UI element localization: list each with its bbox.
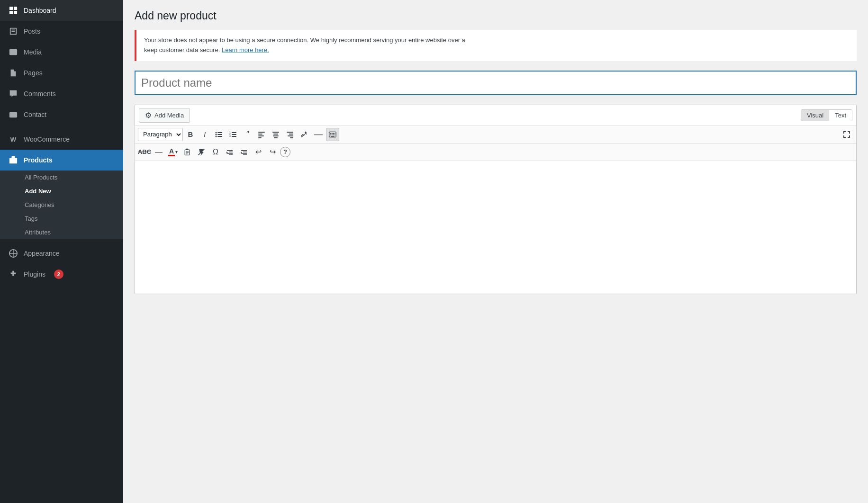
svg-rect-39 <box>332 135 333 135</box>
bold-button[interactable]: B <box>184 128 197 141</box>
svg-rect-38 <box>330 135 331 135</box>
svg-rect-44 <box>186 148 189 150</box>
svg-rect-41 <box>335 135 335 135</box>
special-chars-button[interactable]: Ω <box>209 145 222 159</box>
toolbar-toggle-button[interactable] <box>326 128 339 141</box>
dashboard-icon <box>8 5 19 16</box>
notice-link[interactable]: Learn more here. <box>222 46 269 54</box>
align-center-button[interactable] <box>269 128 282 141</box>
svg-rect-12 <box>217 134 222 135</box>
format-toolbar-row1: Paragraph Heading 1 Heading 2 Heading 3 … <box>135 126 856 144</box>
add-media-icon: ⚙ <box>145 111 152 120</box>
sidebar-item-contact[interactable]: Contact <box>0 104 123 125</box>
fullscreen-button[interactable] <box>840 128 853 141</box>
add-media-button[interactable]: ⚙ Add Media <box>139 108 190 123</box>
contact-icon <box>8 109 19 120</box>
ol-button[interactable]: 1.2.3. <box>226 128 240 141</box>
svg-rect-25 <box>272 132 279 133</box>
svg-rect-18 <box>232 134 236 135</box>
undo-button[interactable]: ↩ <box>252 145 265 159</box>
align-right-button[interactable] <box>283 128 297 141</box>
sub-item-add-new[interactable]: Add New <box>0 184 123 198</box>
redo-button[interactable]: ↪ <box>266 145 279 159</box>
svg-point-9 <box>216 132 217 133</box>
blockquote-button[interactable]: " <box>241 128 254 141</box>
sidebar-item-pages[interactable]: Pages <box>0 63 123 83</box>
svg-rect-20 <box>232 136 236 137</box>
sidebar-item-plugins[interactable]: Plugins 2 <box>0 264 123 285</box>
svg-rect-2 <box>9 11 13 14</box>
text-color-button[interactable]: A ▾ <box>166 145 180 159</box>
sidebar-item-products[interactable]: Products <box>0 150 123 171</box>
svg-rect-3 <box>14 11 17 14</box>
svg-rect-34 <box>330 133 331 134</box>
svg-rect-40 <box>333 135 334 135</box>
svg-rect-42 <box>331 136 335 137</box>
tab-text[interactable]: Text <box>829 110 852 121</box>
notice-text2: keep customer data secure. <box>144 46 220 54</box>
sidebar-item-pages-label: Pages <box>24 69 43 77</box>
italic-button[interactable]: I <box>198 128 211 141</box>
strikethrough-button[interactable]: ABC <box>138 145 151 159</box>
hr-button[interactable]: — <box>152 145 165 159</box>
products-icon <box>8 154 19 166</box>
editor-container: ⚙ Add Media Visual Text Paragraph Headin… <box>135 105 857 294</box>
sidebar-item-appearance[interactable]: Appearance <box>0 243 123 264</box>
indent-button[interactable] <box>237 145 251 159</box>
svg-rect-36 <box>333 133 334 134</box>
sidebar-item-products-label: Products <box>24 156 53 164</box>
sidebar-item-woocommerce[interactable]: W WooCommerce <box>0 129 123 150</box>
paste-text-button[interactable] <box>181 145 194 159</box>
sub-item-tags[interactable]: Tags <box>0 212 123 225</box>
svg-rect-0 <box>9 7 13 10</box>
sidebar-item-media-label: Media <box>24 48 42 56</box>
page-title: Add new product <box>135 9 857 22</box>
svg-text:3.: 3. <box>229 135 231 137</box>
help-button[interactable]: ? <box>280 147 290 157</box>
clear-format-button[interactable] <box>195 145 208 159</box>
sidebar-item-posts[interactable]: Posts <box>0 21 123 42</box>
sidebar-item-comments[interactable]: Comments <box>0 83 123 104</box>
media-icon <box>8 46 19 58</box>
sub-item-all-products[interactable]: All Products <box>0 171 123 184</box>
align-left-button[interactable] <box>255 128 268 141</box>
svg-rect-7 <box>9 158 17 164</box>
woocommerce-icon: W <box>8 134 19 145</box>
svg-point-11 <box>216 134 217 135</box>
sub-item-attributes[interactable]: Attributes <box>0 225 123 239</box>
sidebar: Dashboard Posts Media Pages Comments Con… <box>0 0 123 503</box>
svg-rect-14 <box>217 136 222 137</box>
outdent-button[interactable] <box>223 145 236 159</box>
ul-button[interactable] <box>212 128 226 141</box>
format-toolbar-row2: ABC — A ▾ Ω <box>135 144 856 161</box>
svg-rect-10 <box>217 132 222 133</box>
svg-rect-43 <box>185 150 190 155</box>
sub-item-categories[interactable]: Categories <box>0 198 123 212</box>
sidebar-item-dashboard-label: Dashboard <box>24 7 56 14</box>
svg-point-13 <box>216 135 217 137</box>
tab-visual[interactable]: Visual <box>801 110 829 121</box>
link-button[interactable] <box>298 128 311 141</box>
visual-text-tabs: Visual Text <box>801 109 852 121</box>
svg-rect-21 <box>258 132 265 133</box>
paragraph-select[interactable]: Paragraph Heading 1 Heading 2 Heading 3 <box>138 128 183 141</box>
svg-rect-45 <box>186 151 189 152</box>
svg-rect-47 <box>186 153 188 154</box>
editor-body[interactable] <box>135 161 856 294</box>
svg-rect-23 <box>258 135 264 136</box>
security-notice: Your store does not appear to be using a… <box>135 30 857 61</box>
add-media-label: Add Media <box>154 112 184 119</box>
sidebar-item-dashboard[interactable]: Dashboard <box>0 0 123 21</box>
svg-rect-1 <box>14 7 17 10</box>
plugins-icon <box>8 269 19 280</box>
sidebar-item-comments-label: Comments <box>24 90 56 98</box>
plugins-badge: 2 <box>54 269 63 279</box>
more-button[interactable]: — <box>312 128 325 141</box>
notice-text: Your store does not appear to be using a… <box>144 36 465 44</box>
sidebar-item-media[interactable]: Media <box>0 42 123 63</box>
svg-rect-31 <box>288 135 293 136</box>
svg-rect-30 <box>289 134 293 135</box>
product-name-input[interactable] <box>135 71 857 95</box>
sidebar-item-woocommerce-label: WooCommerce <box>24 135 70 143</box>
sidebar-item-plugins-label: Plugins <box>24 270 45 278</box>
